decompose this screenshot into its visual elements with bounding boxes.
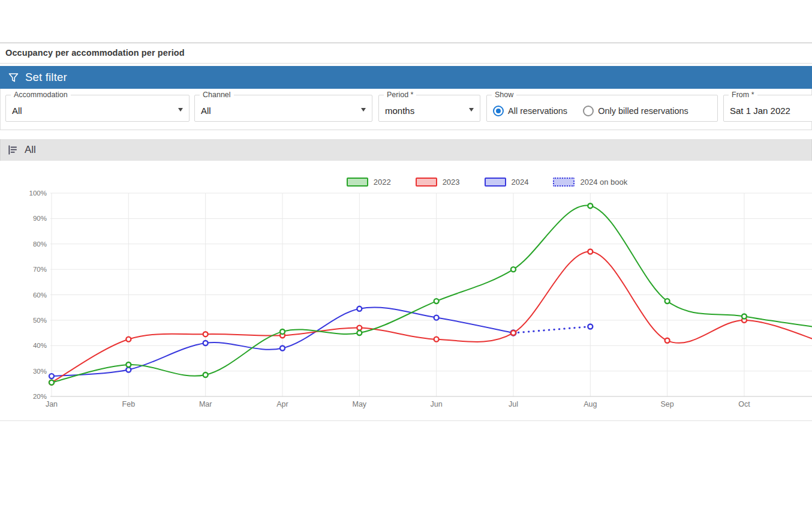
accommodation-value: All [12,106,22,116]
set-filter-label: Set filter [25,71,67,84]
from-value: Sat 1 Jan 2022 [730,106,790,116]
accommodation-select[interactable]: Accommodation All [5,95,190,122]
svg-text:50%: 50% [33,317,47,324]
period-value: months [385,106,414,116]
svg-text:Aug: Aug [584,400,597,408]
legend-label: 2024 [512,178,529,187]
top-divider [0,43,812,43]
show-radio-group: Show All reservations Only billed reserv… [486,95,718,122]
svg-text:70%: 70% [33,266,47,273]
legend-swatch-icon [553,178,575,187]
bar-chart-icon [7,144,19,156]
occupancy-report-page: { "page": { "title": "Occupancy per acco… [0,0,812,508]
radio-button-icon[interactable] [583,106,594,116]
radio-button-icon[interactable] [493,106,504,116]
legend-swatch-icon [347,178,368,187]
svg-text:Apr: Apr [276,400,288,408]
radio-only-billed-reservations-label: Only billed reservations [598,106,688,116]
period-select[interactable]: Period * months [378,95,480,122]
legend-item[interactable]: 2022 [347,178,391,187]
legend-swatch-icon [416,178,437,187]
page-title: Occupancy per accommodation per period [5,48,185,58]
svg-text:30%: 30% [33,368,47,375]
channel-value: All [201,106,211,116]
occupancy-chart-panel: 20%30%40%50%60%70%80%90%100%JanFebMarApr… [0,161,812,421]
svg-text:Feb: Feb [122,400,136,408]
radio-only-billed-reservations[interactable]: Only billed reservations [583,106,688,116]
chevron-down-icon [178,108,183,112]
title-divider [0,63,812,64]
occupancy-chart-svg: 20%30%40%50%60%70%80%90%100%JanFebMarApr… [0,161,812,421]
legend-label: 2023 [443,178,460,187]
legend-item[interactable]: 2023 [416,178,460,187]
legend-item[interactable]: 2024 [485,178,529,187]
svg-text:Sep: Sep [661,400,674,408]
filter-body: Accommodation All Channel All Period * m… [0,89,812,130]
svg-text:Jun: Jun [431,400,443,408]
from-date-field[interactable]: From * Sat 1 Jan 2022 [723,95,812,122]
svg-text:Jul: Jul [509,400,518,408]
radio-all-reservations[interactable]: All reservations [493,106,567,116]
svg-text:40%: 40% [33,342,47,349]
show-label: Show [492,91,516,99]
svg-text:Oct: Oct [738,400,750,408]
filter-funnel-icon [7,71,20,84]
period-label: Period * [384,91,416,99]
svg-text:May: May [353,400,367,408]
svg-text:60%: 60% [33,291,47,299]
radio-all-reservations-label: All reservations [508,106,567,116]
svg-text:20%: 20% [33,393,47,400]
legend-label: 2024 on book [580,178,627,187]
chevron-down-icon [469,108,474,112]
filter-panel: Set filter Accommodation All Channel All… [0,66,812,130]
svg-text:100%: 100% [29,190,47,197]
chevron-down-icon [361,108,366,112]
accommodation-label: Accommodation [11,91,71,99]
svg-text:80%: 80% [33,241,47,248]
svg-text:Mar: Mar [199,400,212,408]
svg-text:Jan: Jan [46,400,58,408]
channel-select[interactable]: Channel All [194,95,372,122]
svg-text:90%: 90% [33,215,47,222]
section-title: All [25,144,36,156]
set-filter-header[interactable]: Set filter [0,66,812,89]
section-header-all[interactable]: All [0,139,812,161]
chart-legend: 2022202320242024 on book [162,178,812,187]
channel-label: Channel [200,91,234,99]
legend-label: 2022 [374,178,391,187]
legend-swatch-icon [485,178,506,187]
legend-item[interactable]: 2024 on book [553,178,627,187]
from-label: From * [729,91,757,99]
